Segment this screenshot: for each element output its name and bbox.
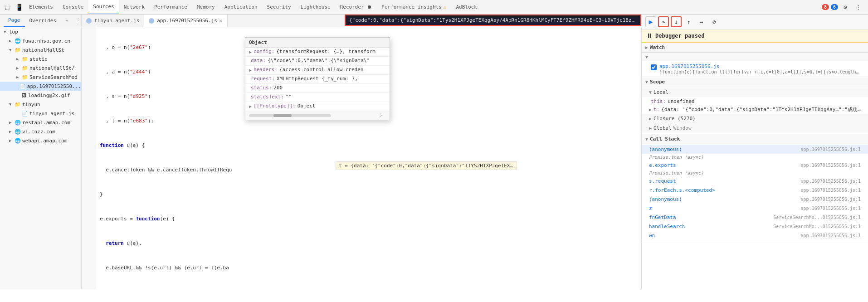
callstack-item-8[interactable]: wn app.1697015255056.js:1	[642, 231, 868, 240]
tab-application[interactable]: Application	[220, 0, 263, 15]
tree-label-loading: loading@2x.gif	[28, 93, 70, 98]
expand-arrow-v1cnzz: ▶	[9, 129, 15, 134]
inspect-icon[interactable]: ⬚	[2, 2, 13, 13]
tree-label-app-js: app.16970152550...	[27, 83, 81, 89]
right-panel-scrollable[interactable]: ▶ Watch ▼ app.1697015255056.js !function…	[642, 43, 868, 289]
callstack-fn: (anonymous)	[649, 146, 682, 152]
tree-item-nationalHallSt[interactable]: ▼ 📁 nationalHallSt	[0, 45, 81, 54]
resume-button[interactable]: ▶	[645, 16, 656, 27]
local-header[interactable]: ▼ Local	[642, 88, 868, 97]
overflow-icon[interactable]: »	[61, 15, 73, 27]
tab-performance[interactable]: Performance	[150, 0, 192, 15]
domain-icon-fuwu: 🌐	[15, 38, 21, 44]
main-content: Page Overrides » ⋮ ▼ top ▶ 🌐 fuwu.nhsa.g…	[0, 15, 868, 289]
breakpoint-item[interactable]: app.1697015255056.js !function(e){functi…	[642, 62, 868, 76]
callstack-item-7[interactable]: handleSearch ServiceSearchMo...015255056…	[642, 222, 868, 231]
tab-lighthouse[interactable]: Lighthouse	[296, 0, 336, 15]
response-bar: {"code":0,"data":{"signData":"1Tys2H1XPJ…	[345, 15, 641, 26]
file-tab-icon-app	[149, 18, 154, 24]
breakpoint-filename: app.1697015255056.js	[659, 63, 859, 69]
callstack-file: app.1697015255056.js:1	[801, 163, 861, 168]
tab-performance-insights[interactable]: Performance insights ⚠	[377, 0, 451, 15]
tree-item-v1cnzz[interactable]: ▶ 🌐 v1.cnzz.com	[0, 127, 81, 136]
tab-recorder[interactable]: Recorder ⏺	[336, 0, 377, 15]
step-button[interactable]: →	[696, 16, 707, 27]
popup-row-request[interactable]: request: XMLHttpRequest {_ty_num: 7,	[245, 75, 390, 84]
page-tab[interactable]: Page	[4, 15, 25, 27]
global-header[interactable]: ▶ Global Window	[642, 123, 868, 133]
breakpoints-header[interactable]: ▼	[642, 53, 868, 61]
deactivate-button[interactable]: ⊘	[709, 16, 720, 27]
step-into-button[interactable]: ↓	[671, 16, 682, 27]
tab-memory[interactable]: Memory	[192, 0, 220, 15]
tree-item-ServiceSearchMod[interactable]: ▶ 📁 ServiceSearchMod	[0, 73, 81, 82]
warning-badge: 6	[831, 4, 838, 10]
scope-this[interactable]: this: undefined	[642, 97, 868, 105]
tree-item-app-js[interactable]: 📄 app.16970152550...	[0, 82, 81, 91]
popup-row-data[interactable]: data: {\"code\":0,\"data\":{\"signData\"	[245, 57, 390, 66]
code-line: return u(e),	[100, 239, 638, 248]
folder-icon-nationalHallSt: 📁	[15, 47, 21, 53]
callstack-item-0[interactable]: (anonymous) app.1697015255056.js:1	[642, 145, 868, 154]
tree-label-webapi: webapi.amap.com	[22, 138, 67, 144]
t-arrow: ▶	[649, 107, 652, 112]
device-icon[interactable]: 📱	[14, 2, 24, 13]
popup-val: {transformRequest: {…}, transform	[276, 49, 386, 54]
tab-security[interactable]: Security	[263, 0, 296, 15]
popup-row-prototype[interactable]: ▶ [[Prototype]]: Object	[245, 102, 390, 111]
security-label: Security	[267, 4, 291, 10]
tab-network[interactable]: Network	[119, 0, 150, 15]
callstack-item-5[interactable]: z app.1697015255056.js:1	[642, 204, 868, 213]
popup-row-config[interactable]: ▶ config: {transformRequest: {…}, transf…	[245, 48, 390, 57]
memory-label: Memory	[197, 4, 215, 10]
callstack-fn: r.forEach.s.<computed>	[649, 187, 715, 193]
tree-item-webapi[interactable]: ▶ 🌐 webapi.amap.com	[0, 136, 81, 145]
tab-elements[interactable]: Elements	[24, 0, 58, 15]
tree-item-loading-gif[interactable]: 🖼 loading@2x.gif	[0, 91, 81, 100]
popup-row-status[interactable]: status: 200	[245, 84, 390, 93]
closure-header[interactable]: ▶ Closure (5270)	[642, 114, 868, 123]
tab-sources[interactable]: Sources	[88, 0, 119, 15]
settings-icon[interactable]: ⚙	[840, 2, 851, 13]
popup-row-statustext[interactable]: statusText: ""	[245, 93, 390, 102]
scope-t[interactable]: ▶ t: {data: '{"code":0,"data":{"signData…	[642, 105, 868, 114]
callstack-item-6[interactable]: fnGetData ServiceSearchMo...015255056.js…	[642, 213, 868, 222]
tree-item-nationalHallSt2[interactable]: ▶ 📁 nationalHallSt/	[0, 63, 81, 73]
tree-label-tinyun: tinyun	[22, 102, 40, 107]
watch-section: ▶ Watch	[642, 43, 868, 53]
overrides-tab[interactable]: Overrides	[25, 15, 61, 27]
tree-item-fuwu[interactable]: ▶ 🌐 fuwu.nhsa.gov.cn	[0, 36, 81, 45]
tree-item-top[interactable]: ▼ top	[0, 27, 81, 36]
callstack-item-1[interactable]: e.exports app.1697015255056.js:1	[642, 161, 868, 170]
file-tab-app-js[interactable]: app.1697015255056.js ×	[144, 15, 227, 27]
sub-bar-actions: ⋮	[73, 15, 82, 26]
file-tab-tinyun-agent[interactable]: tinyun-agent.js	[82, 15, 144, 27]
step-out-button[interactable]: ↑	[683, 16, 694, 27]
tree-item-tinyun-agent[interactable]: 📄 tinyun-agent.js	[0, 109, 81, 118]
toolbar-right: 8 6 ⚙ ⋮	[822, 2, 866, 13]
tree-item-restapi[interactable]: ▶ 🌐 restapi.amap.com	[0, 118, 81, 127]
popup-scroll-right[interactable]: ›	[376, 112, 386, 119]
scope-header[interactable]: ▼ Scope	[642, 77, 868, 87]
popup-horizontal-scrollbar[interactable]	[249, 114, 331, 117]
callstack-header[interactable]: ▼ Call Stack	[642, 134, 868, 144]
tree-item-tinyun[interactable]: ▼ 📁 tinyun	[0, 100, 81, 109]
watch-header[interactable]: ▶ Watch	[642, 43, 868, 52]
callstack-item-3[interactable]: r.forEach.s.<computed> app.1697015255056…	[642, 185, 868, 195]
line-numbers	[82, 27, 96, 289]
more-options-icon[interactable]: ⋮	[853, 2, 863, 13]
tree-item-static[interactable]: ▶ 📁 static	[0, 54, 81, 63]
step-over-button[interactable]: ↷	[658, 16, 669, 27]
breakpoint-checkbox[interactable]	[651, 64, 657, 70]
tab-console[interactable]: Console	[58, 0, 88, 15]
tree-label-top: top	[9, 29, 18, 35]
tree-label-static: static	[29, 56, 48, 62]
tab-adblock[interactable]: AdBlock	[451, 0, 482, 15]
lighthouse-label: Lighthouse	[301, 4, 331, 10]
callstack-item-2[interactable]: s.request app.1697015255056.js:1	[642, 176, 868, 185]
callstack-item-4[interactable]: (anonymous) app.1697015255056.js:1	[642, 195, 868, 204]
close-tab-icon[interactable]: ×	[219, 17, 223, 24]
tree-label-restapi: restapi.amap.com	[22, 120, 70, 126]
more-files-icon[interactable]: ⋮	[73, 15, 82, 26]
popup-row-headers[interactable]: ▶ headers: {access-control-allow-creden	[245, 66, 390, 75]
